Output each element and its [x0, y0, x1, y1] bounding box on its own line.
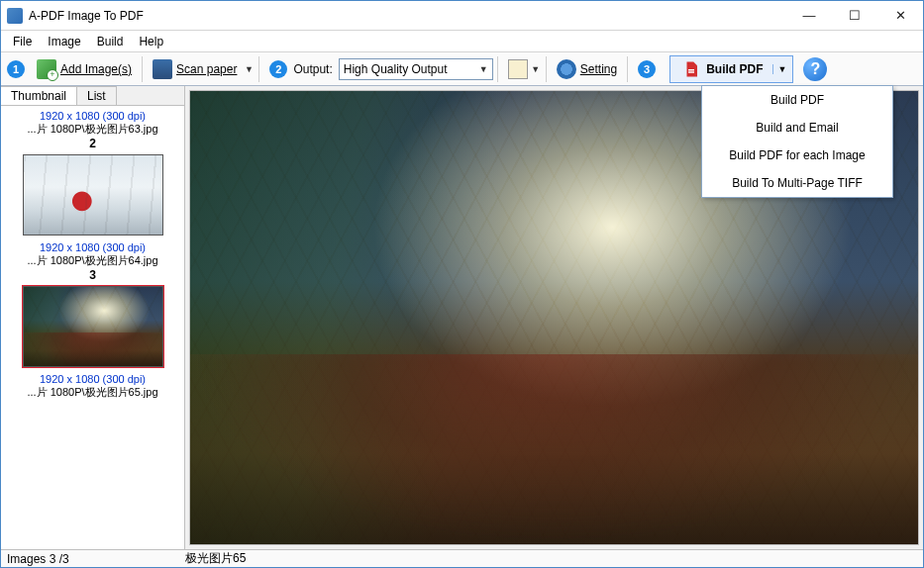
app-icon [7, 8, 23, 24]
window-title: A-PDF Image To PDF [29, 9, 144, 23]
thumbnail-meta: 1920 x 1080 (300 dpi) [1, 241, 184, 253]
build-pdf-split-button: Build PDF ▼ [669, 55, 793, 83]
scan-paper-dropdown-arrow[interactable]: ▼ [243, 64, 255, 74]
scan-paper-button[interactable]: Scan paper [147, 55, 243, 83]
output-label: Output: [293, 62, 332, 76]
separator [546, 56, 547, 82]
scanner-icon [153, 59, 172, 79]
output-select[interactable]: High Quality Output ▼ [339, 58, 493, 80]
statusbar: Images 3 /3 极光图片65 [1, 549, 923, 567]
thumbnail-image-card[interactable] [23, 286, 163, 367]
menu-item-build-multipage-tiff[interactable]: Build To Multi-Page TIFF [702, 169, 892, 197]
setting-label: Setting [580, 62, 617, 76]
setting-button[interactable]: Setting [551, 55, 623, 83]
separator [497, 56, 498, 82]
background-color-swatch[interactable] [508, 59, 528, 79]
thumbnail-filename: ...片 1080P\极光图片65.jpg [1, 385, 184, 400]
sidebar-tabs: Thumbnail List [1, 86, 184, 106]
menu-file[interactable]: File [5, 33, 40, 50]
thumbnail-filename: ...片 1080P\极光图片63.jpg [1, 122, 184, 137]
thumbnail-panel[interactable]: 1920 x 1080 (300 dpi) ...片 1080P\极光图片63.… [1, 106, 184, 549]
status-image-count: Images 3 /3 [7, 552, 185, 566]
scan-paper-label: Scan paper [176, 62, 237, 76]
help-button[interactable]: ? [803, 57, 827, 81]
color-dropdown-arrow[interactable]: ▼ [530, 64, 542, 74]
menu-item-build-pdf-each-image[interactable]: Build PDF for each Image [702, 142, 892, 169]
output-selected-value: High Quality Output [344, 62, 475, 76]
chevron-down-icon: ▼ [475, 64, 488, 74]
build-pdf-button[interactable]: Build PDF [672, 56, 772, 82]
pdf-icon [682, 60, 700, 78]
add-images-button[interactable]: Add Image(s) [31, 55, 138, 83]
gear-icon [557, 59, 576, 79]
minimize-button[interactable]: — [786, 1, 832, 30]
thumbnail-image [24, 287, 162, 366]
thumbnail-index: 3 [1, 268, 184, 282]
thumbnail-image-card[interactable] [23, 154, 163, 236]
app-window: A-PDF Image To PDF — ☐ ✕ File Image Buil… [0, 0, 924, 568]
tab-list[interactable]: List [77, 86, 117, 105]
menu-item-build-pdf[interactable]: Build PDF [702, 86, 892, 114]
build-pdf-label: Build PDF [706, 62, 763, 76]
separator [142, 56, 143, 82]
step-2-badge: 2 [269, 60, 287, 78]
separator [258, 56, 259, 82]
add-image-icon [37, 59, 56, 79]
close-button[interactable]: ✕ [877, 1, 923, 30]
menu-build[interactable]: Build [89, 33, 132, 50]
add-images-label: Add Image(s) [60, 62, 132, 76]
toolbar: 1 Add Image(s) Scan paper ▼ 2 Output: Hi… [1, 52, 923, 86]
menu-item-build-and-email[interactable]: Build and Email [702, 114, 892, 142]
thumbnail-meta: 1920 x 1080 (300 dpi) [1, 373, 184, 385]
separator [627, 56, 628, 82]
step-1-badge: 1 [7, 60, 25, 78]
thumbnail-item[interactable]: 1920 x 1080 (300 dpi) ...片 1080P\极光图片63.… [1, 110, 184, 236]
maximize-button[interactable]: ☐ [832, 1, 877, 30]
step-3-badge: 3 [638, 60, 656, 78]
build-dropdown-menu: Build PDF Build and Email Build PDF for … [701, 85, 893, 198]
build-pdf-dropdown-arrow[interactable]: ▼ [772, 64, 790, 74]
sidebar: Thumbnail List 1920 x 1080 (300 dpi) ...… [1, 86, 185, 549]
menu-image[interactable]: Image [40, 33, 88, 50]
titlebar: A-PDF Image To PDF — ☐ ✕ [1, 1, 923, 31]
thumbnail-meta: 1920 x 1080 (300 dpi) [1, 110, 184, 122]
tab-thumbnail[interactable]: Thumbnail [1, 86, 77, 105]
thumbnail-item[interactable]: 1920 x 1080 (300 dpi) ...片 1080P\极光图片65.… [1, 373, 184, 400]
status-current-filename: 极光图片65 [185, 550, 917, 567]
thumbnail-image [24, 155, 162, 235]
thumbnail-index: 2 [1, 137, 184, 150]
menubar: File Image Build Help [1, 31, 923, 52]
thumbnail-item[interactable]: 1920 x 1080 (300 dpi) ...片 1080P\极光图片64.… [1, 241, 184, 367]
thumbnail-filename: ...片 1080P\极光图片64.jpg [1, 253, 184, 268]
menu-help[interactable]: Help [131, 33, 171, 50]
